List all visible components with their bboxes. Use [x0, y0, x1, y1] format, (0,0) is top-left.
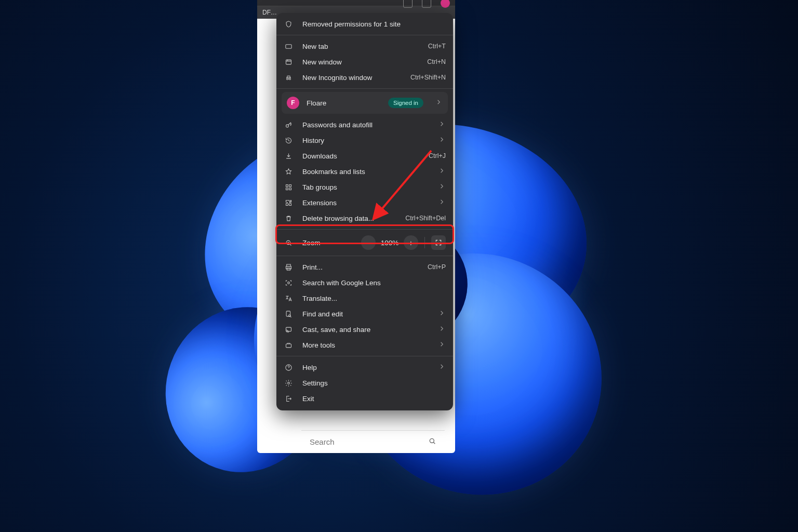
svg-rect-8	[289, 184, 291, 187]
history-icon	[284, 137, 293, 144]
translate-icon	[284, 295, 293, 302]
zoom-label: Zoom	[302, 239, 352, 247]
svg-point-6	[286, 124, 288, 127]
menu-history[interactable]: History	[276, 132, 453, 148]
cast-icon	[284, 326, 293, 334]
menu-item-accel: Ctrl+P	[428, 263, 446, 271]
svg-rect-9	[286, 188, 288, 190]
window-icon	[284, 58, 293, 66]
tab-title: DF…	[262, 9, 277, 16]
divider	[424, 237, 425, 248]
menu-item-label: Exit	[302, 395, 446, 403]
chevron-right-icon	[438, 325, 446, 334]
menu-settings[interactable]: Settings	[276, 375, 453, 391]
menu-passwords[interactable]: Passwords and autofill	[276, 117, 453, 132]
menu-more-tools[interactable]: More tools	[276, 337, 453, 353]
menu-print[interactable]: Print... Ctrl+P	[276, 259, 453, 275]
menu-bookmarks[interactable]: Bookmarks and lists	[276, 164, 453, 179]
chevron-right-icon	[438, 363, 446, 372]
menu-help[interactable]: Help	[276, 360, 453, 375]
help-icon	[284, 364, 293, 371]
menu-item-label: History	[302, 137, 424, 144]
chevron-right-icon	[438, 340, 446, 350]
menu-extensions[interactable]: Extensions	[276, 195, 453, 210]
download-icon	[284, 152, 293, 160]
print-icon	[284, 263, 293, 271]
menu-item-label: Find and edit	[302, 310, 424, 318]
svg-rect-10	[289, 188, 291, 190]
puzzle-icon	[284, 199, 293, 207]
tab-icon	[284, 43, 293, 50]
menu-translate[interactable]: Translate...	[276, 290, 453, 306]
svg-rect-19	[286, 344, 291, 348]
menu-delete-browsing-data[interactable]: Delete browsing data... Ctrl+Shift+Del	[276, 210, 453, 226]
zoom-icon	[284, 239, 293, 247]
lens-icon	[284, 279, 293, 287]
menu-incognito[interactable]: New Incognito window Ctrl+Shift+N	[276, 70, 453, 85]
menu-item-label: Passwords and autofill	[302, 121, 424, 129]
tools-icon	[284, 341, 293, 349]
find-icon	[284, 310, 293, 318]
menu-google-lens[interactable]: Search with Google Lens	[276, 275, 453, 290]
titlebar	[257, 0, 455, 6]
menu-divider	[276, 229, 453, 230]
zoom-in-button[interactable]: +	[404, 235, 418, 250]
menu-item-accel: Ctrl+N	[427, 58, 446, 65]
window-control-icon[interactable]	[422, 0, 431, 8]
window-control-icon[interactable]	[403, 0, 413, 8]
menu-item-accel: Ctrl+Shift+N	[410, 74, 446, 81]
menu-divider	[276, 88, 453, 89]
menu-find-edit[interactable]: Find and edit	[276, 306, 453, 322]
permissions-banner[interactable]: Removed permissions for 1 site	[276, 16, 453, 32]
chrome-main-menu: Removed permissions for 1 site New tab C…	[276, 13, 453, 410]
shield-icon	[284, 20, 293, 28]
search-placeholder: Search	[310, 437, 335, 446]
menu-new-tab[interactable]: New tab Ctrl+T	[276, 38, 453, 54]
menu-item-label: Extensions	[302, 199, 424, 207]
menu-exit[interactable]: Exit	[276, 391, 453, 406]
incognito-icon	[284, 74, 293, 82]
menu-item-label: Delete browsing data...	[302, 215, 396, 222]
chevron-right-icon	[435, 98, 443, 108]
chevron-right-icon	[438, 309, 446, 318]
menu-zoom-row: Zoom − 100% +	[276, 233, 453, 252]
banner-text: Removed permissions for 1 site	[302, 20, 446, 28]
zoom-value: 100%	[379, 239, 401, 247]
trash-icon	[284, 215, 293, 222]
zoom-out-button[interactable]: −	[361, 235, 376, 250]
svg-point-21	[287, 382, 289, 384]
profile-name: Floare	[307, 99, 381, 107]
menu-tab-groups[interactable]: Tab groups	[276, 179, 453, 195]
menu-item-label: Cast, save, and share	[302, 326, 424, 334]
chevron-right-icon	[438, 182, 446, 192]
menu-item-label: Translate...	[302, 295, 446, 302]
menu-profile-row[interactable]: F Floare Signed in	[282, 92, 448, 114]
page-search-box[interactable]: Search	[301, 430, 445, 453]
profile-avatar-icon[interactable]	[441, 0, 450, 8]
fullscreen-button[interactable]	[431, 235, 446, 250]
svg-point-0	[430, 438, 434, 443]
menu-item-label: New window	[302, 58, 418, 66]
menu-item-label: Search with Google Lens	[302, 279, 446, 287]
menu-item-label: More tools	[302, 341, 424, 349]
menu-item-label: Downloads	[302, 152, 419, 160]
avatar: F	[287, 97, 299, 109]
exit-icon	[284, 395, 293, 403]
svg-point-5	[289, 78, 290, 79]
svg-rect-7	[286, 184, 288, 187]
svg-point-15	[287, 282, 289, 284]
menu-new-window[interactable]: New window Ctrl+N	[276, 54, 453, 70]
menu-item-label: Tab groups	[302, 183, 424, 191]
menu-divider	[276, 35, 453, 35]
menu-item-label: Help	[302, 364, 424, 371]
svg-rect-2	[285, 44, 291, 48]
svg-rect-12	[286, 264, 290, 266]
menu-cast-save-share[interactable]: Cast, save, and share	[276, 322, 453, 337]
key-icon	[284, 121, 293, 129]
menu-item-accel: Ctrl+Shift+Del	[405, 215, 446, 222]
svg-rect-16	[286, 311, 290, 316]
menu-item-label: Bookmarks and lists	[302, 168, 424, 176]
menu-downloads[interactable]: Downloads Ctrl+J	[276, 148, 453, 164]
grid-icon	[284, 183, 293, 191]
search-icon	[428, 437, 436, 447]
